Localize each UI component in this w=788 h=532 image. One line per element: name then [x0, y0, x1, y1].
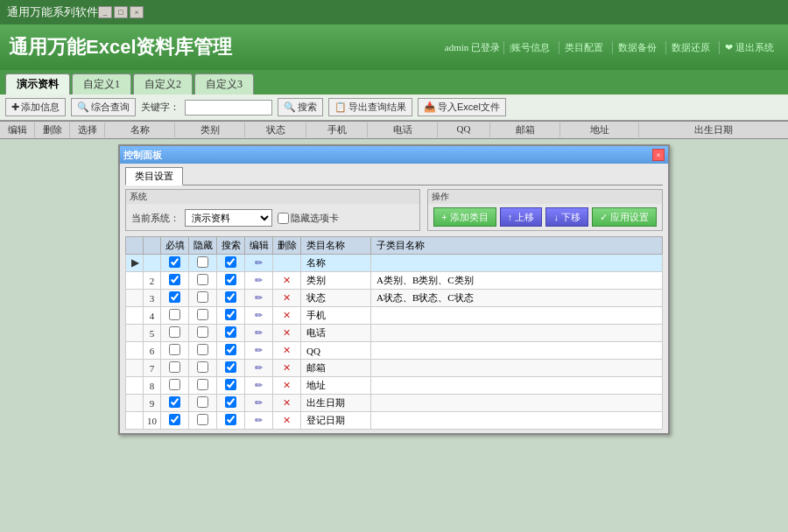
exit-link[interactable]: ❤ 退出系统: [719, 41, 779, 54]
edit-icon[interactable]: ✏: [255, 327, 263, 338]
delete-icon[interactable]: ✕: [283, 327, 291, 338]
search-checkbox[interactable]: [225, 309, 236, 320]
edit-icon[interactable]: ✏: [255, 310, 263, 320]
edit-cell[interactable]: ✏: [245, 360, 273, 377]
hidden-checkbox[interactable]: [197, 361, 208, 373]
edit-icon[interactable]: ✏: [255, 380, 263, 390]
edit-icon[interactable]: ✏: [255, 345, 263, 355]
edit-cell[interactable]: ✏: [245, 307, 273, 325]
delete-icon[interactable]: ✕: [283, 397, 291, 408]
cell-hidden[interactable]: [189, 360, 217, 377]
hide-tabs-checkbox[interactable]: [278, 213, 289, 224]
data-backup-link[interactable]: 数据备份: [612, 41, 662, 54]
tab-custom1[interactable]: 自定义1: [72, 74, 131, 94]
edit-icon[interactable]: ✏: [255, 415, 263, 425]
hidden-checkbox[interactable]: [197, 256, 208, 268]
search-checkbox[interactable]: [225, 414, 236, 425]
hidden-checkbox[interactable]: [197, 326, 208, 338]
search-checkbox[interactable]: [225, 361, 236, 373]
delete-icon[interactable]: ✕: [283, 310, 291, 320]
maximize-btn[interactable]: □: [114, 6, 128, 18]
required-checkbox[interactable]: [169, 291, 180, 303]
search-checkbox[interactable]: [225, 326, 236, 338]
data-restore-link[interactable]: 数据还原: [665, 41, 715, 54]
delete-cell[interactable]: ✕: [273, 360, 301, 377]
hidden-checkbox[interactable]: [197, 274, 208, 285]
current-system-select[interactable]: 演示资料: [185, 209, 272, 227]
delete-icon[interactable]: ✕: [283, 292, 291, 303]
required-checkbox[interactable]: [169, 344, 180, 355]
move-up-button[interactable]: ↑ 上移: [500, 207, 543, 227]
cp-tab-category[interactable]: 类目设置: [125, 167, 183, 186]
cell-hidden[interactable]: [189, 290, 217, 307]
cell-required[interactable]: [161, 272, 189, 290]
edit-cell[interactable]: ✏: [245, 255, 273, 272]
cell-hidden[interactable]: [189, 395, 217, 412]
cell-search[interactable]: [217, 377, 245, 395]
minimize-btn[interactable]: _: [98, 6, 112, 18]
cell-hidden[interactable]: [189, 377, 217, 395]
edit-cell[interactable]: ✏: [245, 377, 273, 395]
delete-icon[interactable]: ✕: [283, 380, 291, 390]
hidden-checkbox[interactable]: [197, 414, 208, 425]
cell-search[interactable]: [217, 272, 245, 290]
delete-icon[interactable]: ✕: [283, 415, 291, 425]
delete-icon[interactable]: ✕: [283, 345, 291, 355]
edit-cell[interactable]: ✏: [245, 272, 273, 290]
required-checkbox[interactable]: [169, 274, 180, 285]
category-config-link[interactable]: 类目配置: [559, 41, 609, 54]
add-category-button[interactable]: + 添加类目: [433, 207, 496, 227]
search-checkbox[interactable]: [225, 274, 236, 285]
tab-custom2[interactable]: 自定义2: [133, 74, 193, 94]
cell-search[interactable]: [217, 307, 245, 325]
hidden-checkbox[interactable]: [197, 396, 208, 408]
cell-hidden[interactable]: [189, 272, 217, 290]
delete-cell[interactable]: ✕: [273, 377, 301, 395]
required-checkbox[interactable]: [169, 309, 180, 320]
tab-custom3[interactable]: 自定义3: [194, 74, 254, 94]
cell-search[interactable]: [217, 395, 245, 412]
edit-icon[interactable]: ✏: [255, 362, 263, 373]
cell-hidden[interactable]: [189, 255, 217, 272]
tab-demo[interactable]: 演示资料: [5, 74, 70, 94]
required-checkbox[interactable]: [169, 361, 180, 373]
search-checkbox[interactable]: [225, 256, 236, 268]
edit-icon[interactable]: ✏: [255, 257, 263, 268]
cell-required[interactable]: [161, 325, 189, 342]
search-checkbox[interactable]: [225, 291, 236, 303]
search-checkbox[interactable]: [225, 344, 236, 355]
search-input[interactable]: [185, 100, 272, 116]
delete-cell[interactable]: ✕: [273, 412, 301, 430]
hidden-checkbox[interactable]: [197, 291, 208, 303]
delete-cell[interactable]: ✕: [273, 307, 301, 325]
required-checkbox[interactable]: [169, 256, 180, 268]
cell-required[interactable]: [161, 342, 189, 360]
cell-search[interactable]: [217, 325, 245, 342]
cell-required[interactable]: [161, 360, 189, 377]
cell-search[interactable]: [217, 360, 245, 377]
account-info-link[interactable]: |账号信息: [503, 41, 555, 54]
required-checkbox[interactable]: [169, 396, 180, 408]
import-button[interactable]: 📥 导入Excel文件: [418, 98, 506, 116]
edit-icon[interactable]: ✏: [255, 397, 263, 408]
required-checkbox[interactable]: [169, 326, 180, 338]
hidden-checkbox[interactable]: [197, 344, 208, 355]
delete-cell[interactable]: ✕: [273, 342, 301, 360]
edit-cell[interactable]: ✏: [245, 290, 273, 307]
edit-icon[interactable]: ✏: [255, 275, 263, 285]
cell-search[interactable]: [217, 342, 245, 360]
edit-cell[interactable]: ✏: [245, 325, 273, 342]
move-down-button[interactable]: ↓ 下移: [545, 207, 588, 227]
edit-cell[interactable]: ✏: [245, 395, 273, 412]
cell-required[interactable]: [161, 412, 189, 430]
cell-required[interactable]: [161, 307, 189, 325]
required-checkbox[interactable]: [169, 414, 180, 425]
apply-settings-button[interactable]: ✓ 应用设置: [592, 207, 657, 227]
delete-icon[interactable]: ✕: [283, 362, 291, 373]
edit-cell[interactable]: ✏: [245, 412, 273, 430]
cell-required[interactable]: [161, 255, 189, 272]
edit-icon[interactable]: ✏: [255, 292, 263, 303]
delete-cell[interactable]: ✕: [273, 290, 301, 307]
search-checkbox[interactable]: [225, 379, 236, 390]
delete-icon[interactable]: ✕: [283, 275, 291, 285]
